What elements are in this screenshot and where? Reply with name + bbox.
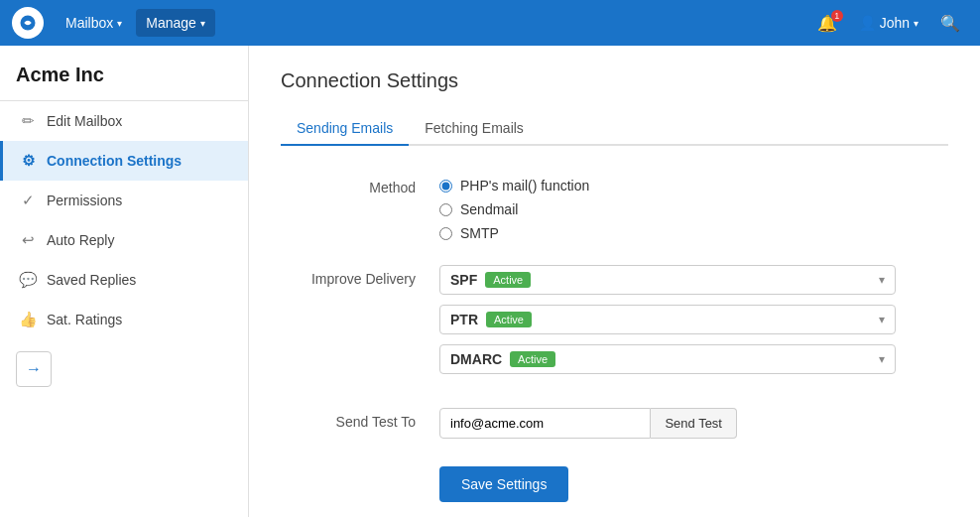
- send-test-button[interactable]: Send Test: [651, 408, 737, 439]
- page-title: Connection Settings: [281, 69, 948, 92]
- radio-php-mail-label: PHP's mail() function: [460, 178, 589, 194]
- send-test-input[interactable]: [439, 408, 651, 439]
- radio-smtp-label: SMTP: [460, 225, 499, 241]
- search-btn[interactable]: 🔍: [932, 8, 968, 39]
- sidebar-footer: →: [0, 339, 248, 399]
- method-row: Method PHP's mail() function Sendmail SM…: [281, 174, 948, 241]
- ptr-status-badge: Active: [486, 312, 532, 327]
- ptr-dropdown[interactable]: PTR Active ▾: [439, 305, 896, 334]
- manage-chevron-icon: ▾: [200, 18, 205, 29]
- mailbox-chevron-icon: ▾: [117, 18, 122, 29]
- sidebar-back-btn[interactable]: →: [16, 351, 52, 387]
- user-menu-btn[interactable]: 👤 John ▾: [849, 9, 928, 37]
- save-row: Save Settings: [281, 462, 948, 502]
- radio-sendmail[interactable]: Sendmail: [439, 201, 948, 217]
- radio-smtp-input[interactable]: [439, 227, 452, 240]
- check-icon: ✓: [19, 192, 37, 209]
- sidebar-label-edit-mailbox: Edit Mailbox: [47, 113, 122, 129]
- sidebar-item-saved-replies[interactable]: 💬 Saved Replies: [0, 260, 248, 300]
- user-icon: 👤: [859, 15, 876, 31]
- sidebar-label-permissions: Permissions: [47, 193, 122, 208]
- arrow-right-icon: →: [26, 360, 42, 378]
- radio-smtp[interactable]: SMTP: [439, 225, 948, 241]
- spf-status-badge: Active: [485, 272, 531, 288]
- layout: Acme Inc ✏ Edit Mailbox ⚙ Connection Set…: [0, 46, 980, 517]
- notification-badge: 1: [831, 10, 843, 22]
- user-chevron-icon: ▾: [914, 18, 919, 29]
- tabs: Sending Emails Fetching Emails: [281, 112, 948, 146]
- tab-fetching-emails[interactable]: Fetching Emails: [409, 112, 540, 146]
- method-label: Method: [281, 174, 439, 195]
- dmarc-dropdown[interactable]: DMARC Active ▾: [439, 344, 896, 374]
- send-test-input-group: Send Test: [439, 408, 737, 439]
- spf-name: SPF: [450, 272, 477, 288]
- send-test-label: Send Test To: [281, 408, 439, 430]
- improve-delivery-row: Improve Delivery SPF Active ▾ PTR Active…: [281, 265, 948, 384]
- sidebar-item-edit-mailbox[interactable]: ✏ Edit Mailbox: [0, 101, 248, 141]
- chat-icon: 💬: [19, 271, 37, 289]
- edit-icon: ✏: [19, 112, 37, 130]
- logo-icon: [12, 7, 44, 39]
- top-nav: Mailbox ▾ Manage ▾ 🔔 1 👤 John ▾ 🔍: [0, 0, 980, 46]
- sidebar-label-connection-settings: Connection Settings: [47, 153, 182, 169]
- dmarc-chevron-icon: ▾: [879, 352, 885, 366]
- sidebar-label-saved-replies: Saved Replies: [47, 272, 136, 288]
- manage-nav-btn[interactable]: Manage ▾: [136, 9, 215, 37]
- sidebar-item-auto-reply[interactable]: ↩ Auto Reply: [0, 220, 248, 260]
- delivery-options: SPF Active ▾ PTR Active ▾ DMARC Active: [439, 265, 948, 384]
- radio-php-mail-input[interactable]: [439, 180, 452, 193]
- dmarc-name: DMARC: [450, 351, 502, 367]
- spf-dropdown[interactable]: SPF Active ▾: [439, 265, 896, 295]
- search-icon: 🔍: [940, 14, 960, 33]
- spf-chevron-icon: ▾: [879, 273, 885, 287]
- main-content: Connection Settings Sending Emails Fetch…: [249, 46, 980, 517]
- thumbsup-icon: 👍: [19, 311, 37, 328]
- sidebar-label-auto-reply: Auto Reply: [47, 232, 114, 248]
- radio-php-mail[interactable]: PHP's mail() function: [439, 178, 948, 194]
- save-settings-button[interactable]: Save Settings: [439, 466, 568, 502]
- tab-sending-emails[interactable]: Sending Emails: [281, 112, 409, 146]
- ptr-name: PTR: [450, 312, 478, 327]
- method-options: PHP's mail() function Sendmail SMTP: [439, 174, 948, 241]
- send-test-row: Send Test To Send Test: [281, 408, 948, 439]
- sidebar-company-name: Acme Inc: [0, 46, 248, 101]
- sidebar-item-connection-settings[interactable]: ⚙ Connection Settings: [0, 141, 248, 181]
- sidebar-item-permissions[interactable]: ✓ Permissions: [0, 181, 248, 220]
- gear-icon: ⚙: [19, 152, 37, 170]
- reply-icon: ↩: [19, 231, 37, 249]
- sidebar: Acme Inc ✏ Edit Mailbox ⚙ Connection Set…: [0, 46, 249, 517]
- radio-sendmail-input[interactable]: [439, 203, 452, 216]
- ptr-chevron-icon: ▾: [879, 313, 885, 326]
- sidebar-label-sat-ratings: Sat. Ratings: [47, 312, 122, 327]
- improve-delivery-label: Improve Delivery: [281, 265, 439, 287]
- dmarc-status-badge: Active: [510, 351, 555, 367]
- sidebar-item-sat-ratings[interactable]: 👍 Sat. Ratings: [0, 300, 248, 339]
- mailbox-nav-btn[interactable]: Mailbox ▾: [56, 9, 132, 37]
- notification-btn[interactable]: 🔔 1: [809, 8, 845, 39]
- radio-sendmail-label: Sendmail: [460, 201, 518, 217]
